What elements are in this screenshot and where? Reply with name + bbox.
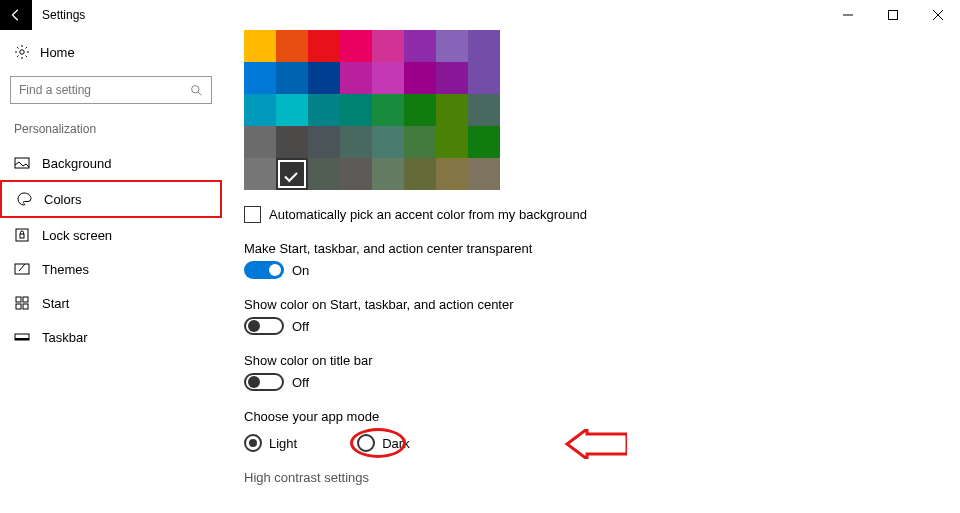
home-label: Home xyxy=(40,45,75,60)
color-swatch[interactable] xyxy=(372,62,404,94)
show-color-title-label: Show color on title bar xyxy=(244,353,960,368)
titlebar: Settings xyxy=(0,0,960,30)
color-swatch[interactable] xyxy=(340,94,372,126)
show-color-title-toggle[interactable] xyxy=(244,373,284,391)
radio-dark-label: Dark xyxy=(382,436,409,451)
color-swatch[interactable] xyxy=(276,126,308,158)
show-color-title-state: Off xyxy=(292,375,309,390)
minimize-button[interactable] xyxy=(825,0,870,30)
lock-icon xyxy=(14,227,30,243)
color-swatch[interactable] xyxy=(436,126,468,158)
search-icon xyxy=(190,84,203,97)
color-swatch[interactable] xyxy=(436,158,468,190)
color-swatch-grid xyxy=(244,30,500,190)
maximize-button[interactable] xyxy=(870,0,915,30)
color-swatch[interactable] xyxy=(372,94,404,126)
color-swatch[interactable] xyxy=(404,30,436,62)
show-color-start-state: Off xyxy=(292,319,309,334)
color-swatch[interactable] xyxy=(340,30,372,62)
svg-rect-16 xyxy=(15,338,29,340)
svg-rect-13 xyxy=(16,304,21,309)
color-swatch[interactable] xyxy=(372,30,404,62)
color-swatch[interactable] xyxy=(468,94,500,126)
sidebar-item-start[interactable]: Start xyxy=(0,286,222,320)
show-color-start-toggle[interactable] xyxy=(244,317,284,335)
back-button[interactable] xyxy=(0,0,32,30)
checkbox-icon[interactable] xyxy=(244,206,261,223)
auto-color-label: Automatically pick an accent color from … xyxy=(269,207,587,222)
color-swatch[interactable] xyxy=(276,158,308,190)
svg-rect-12 xyxy=(23,297,28,302)
sidebar-item-label: Taskbar xyxy=(42,330,88,345)
color-swatch[interactable] xyxy=(404,62,436,94)
show-color-start-label: Show color on Start, taskbar, and action… xyxy=(244,297,960,312)
transparency-state: On xyxy=(292,263,309,278)
color-swatch[interactable] xyxy=(468,126,500,158)
color-swatch[interactable] xyxy=(372,126,404,158)
category-label: Personalization xyxy=(0,118,222,140)
sidebar-item-lockscreen[interactable]: Lock screen xyxy=(0,218,222,252)
color-swatch[interactable] xyxy=(436,94,468,126)
color-swatch[interactable] xyxy=(468,30,500,62)
palette-icon xyxy=(16,191,32,207)
color-swatch[interactable] xyxy=(308,126,340,158)
color-swatch[interactable] xyxy=(308,158,340,190)
color-swatch[interactable] xyxy=(244,62,276,94)
sidebar-item-label: Lock screen xyxy=(42,228,112,243)
color-swatch[interactable] xyxy=(244,158,276,190)
svg-point-4 xyxy=(20,50,24,54)
color-swatch[interactable] xyxy=(404,126,436,158)
svg-line-6 xyxy=(198,92,201,95)
color-swatch[interactable] xyxy=(340,158,372,190)
color-swatch[interactable] xyxy=(276,62,308,94)
svg-rect-1 xyxy=(888,11,897,20)
color-swatch[interactable] xyxy=(436,30,468,62)
radio-icon xyxy=(357,434,375,452)
start-icon xyxy=(14,295,30,311)
svg-point-5 xyxy=(192,85,199,92)
color-swatch[interactable] xyxy=(244,126,276,158)
close-button[interactable] xyxy=(915,0,960,30)
color-swatch[interactable] xyxy=(404,94,436,126)
transparency-toggle[interactable] xyxy=(244,261,284,279)
sidebar-item-background[interactable]: Background xyxy=(0,146,222,180)
color-swatch[interactable] xyxy=(468,62,500,94)
window-controls xyxy=(825,0,960,30)
svg-rect-11 xyxy=(16,297,21,302)
sidebar-item-label: Themes xyxy=(42,262,89,277)
color-swatch[interactable] xyxy=(436,62,468,94)
home-button[interactable]: Home xyxy=(0,38,222,66)
transparency-label: Make Start, taskbar, and action center t… xyxy=(244,241,960,256)
color-swatch[interactable] xyxy=(340,62,372,94)
sidebar-item-label: Start xyxy=(42,296,69,311)
radio-light-label: Light xyxy=(269,436,297,451)
color-swatch[interactable] xyxy=(404,158,436,190)
color-swatch[interactable] xyxy=(308,30,340,62)
svg-rect-9 xyxy=(20,234,24,238)
color-swatch[interactable] xyxy=(340,126,372,158)
auto-color-checkbox-row[interactable]: Automatically pick an accent color from … xyxy=(244,206,960,223)
color-swatch[interactable] xyxy=(244,94,276,126)
color-swatch[interactable] xyxy=(276,30,308,62)
radio-dark[interactable]: Dark xyxy=(357,434,409,452)
sidebar-item-themes[interactable]: Themes xyxy=(0,252,222,286)
high-contrast-link[interactable]: High contrast settings xyxy=(244,470,960,485)
color-swatch[interactable] xyxy=(468,158,500,190)
app-mode-label: Choose your app mode xyxy=(244,409,960,424)
taskbar-icon xyxy=(14,329,30,345)
sidebar-item-colors[interactable]: Colors xyxy=(0,180,222,218)
color-swatch[interactable] xyxy=(308,94,340,126)
color-swatch[interactable] xyxy=(244,30,276,62)
main-panel: Automatically pick an accent color from … xyxy=(222,30,960,513)
color-swatch[interactable] xyxy=(372,158,404,190)
window-title: Settings xyxy=(42,8,85,22)
color-swatch[interactable] xyxy=(276,94,308,126)
search-input[interactable] xyxy=(10,76,212,104)
sidebar-item-label: Colors xyxy=(44,192,82,207)
radio-light[interactable]: Light xyxy=(244,434,297,452)
search-field[interactable] xyxy=(19,83,179,97)
svg-rect-10 xyxy=(15,264,29,274)
sidebar-item-taskbar[interactable]: Taskbar xyxy=(0,320,222,354)
color-swatch[interactable] xyxy=(308,62,340,94)
sidebar: Home Personalization Background Colors L… xyxy=(0,30,222,513)
